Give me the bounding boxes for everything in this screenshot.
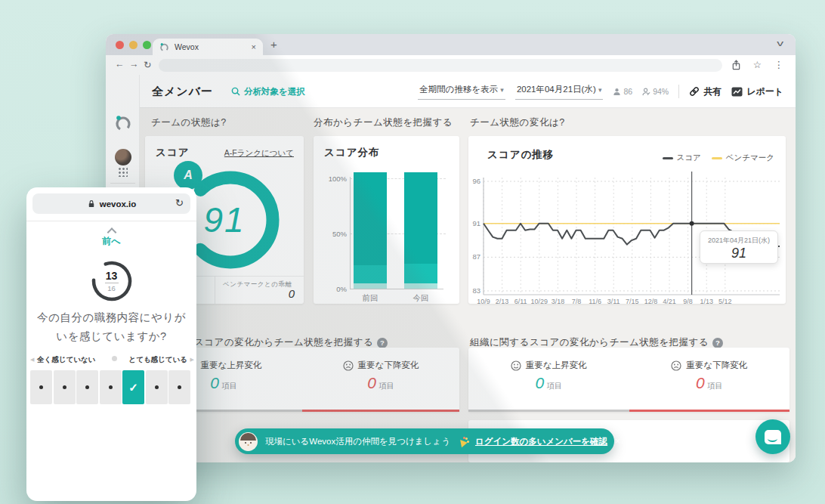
window-chevron-icon[interactable]: v <box>777 39 783 48</box>
trend-card: スコアの推移 スコア ベンチマーク 9691878310/92/136/1110… <box>468 136 786 304</box>
rating-option-2[interactable] <box>54 370 76 404</box>
rail-divider <box>110 183 135 184</box>
bar-segment-high <box>354 172 387 265</box>
progress-total: 16 <box>91 284 133 292</box>
select-analysis-target-button[interactable]: 分析対象を選択 <box>231 86 305 97</box>
tab-close-icon[interactable]: × <box>252 42 256 51</box>
trend-line-chart[interactable]: 9691878310/92/136/1110/293/187/811/63/11… <box>468 136 786 304</box>
phone-url: wevox.io <box>100 199 137 209</box>
chevron-down-icon: ▾ <box>500 86 504 94</box>
mascot-avatar <box>239 432 258 451</box>
rating-option-4[interactable] <box>100 370 122 404</box>
phone-reload-icon[interactable]: ↻ <box>175 197 184 209</box>
report-button[interactable]: レポート <box>731 85 783 98</box>
close-icon[interactable]: × <box>615 436 620 447</box>
report-icon <box>731 87 743 97</box>
rating-option-7[interactable] <box>168 370 190 404</box>
browser-tab[interactable]: Wevox × <box>153 39 263 55</box>
forward-icon[interactable]: → <box>129 59 139 70</box>
bar-segment-mid <box>404 264 437 283</box>
right-arrow-icon: ▶ <box>190 357 194 363</box>
bar-segment-high <box>404 172 437 264</box>
svg-text:5/12: 5/12 <box>718 298 732 304</box>
svg-text:96: 96 <box>472 177 480 185</box>
scale-max-label: とても感じている <box>128 355 187 365</box>
fall-underline <box>302 410 459 412</box>
fall-label: 重要な下降変化 <box>686 360 747 371</box>
phone-divider <box>26 221 196 221</box>
close-window-button[interactable] <box>116 41 124 49</box>
x-axis <box>350 289 443 289</box>
bar-segment-low <box>404 283 437 289</box>
share-page-icon[interactable] <box>731 60 741 73</box>
help-icon[interactable]: ? <box>712 338 723 348</box>
rating-option-1[interactable] <box>30 370 52 404</box>
reload-icon[interactable]: ↻ <box>144 59 151 70</box>
response-rate: 94% <box>642 87 669 96</box>
new-tab-button[interactable]: + <box>270 38 277 51</box>
tooltip-value: 91 <box>700 246 777 261</box>
y-axis <box>350 177 351 289</box>
group-title: 全メンバー <box>152 85 213 99</box>
profile-avatar[interactable] <box>106 149 140 165</box>
wevox-logo-icon[interactable] <box>106 114 140 132</box>
rank-badge: A <box>174 161 202 190</box>
fall-count: 0 <box>367 374 376 391</box>
phone-address-bar[interactable]: wevox.io ↻ <box>32 193 190 214</box>
svg-text:4/21: 4/21 <box>663 298 676 304</box>
phone-back-button[interactable]: 前へ <box>26 235 196 248</box>
svg-text:2/13: 2/13 <box>496 298 509 304</box>
rating-option-5[interactable]: ✓ <box>122 370 144 404</box>
tooltip-date: 2021年04月21日(水) <box>700 236 777 246</box>
rise-underline <box>468 410 629 412</box>
period-dropdown[interactable]: 全期間の推移を表示 ▾ <box>418 84 505 100</box>
svg-text:9/8: 9/8 <box>683 298 693 304</box>
section-title-distribution: 分布からチーム状態を把握する <box>314 116 453 129</box>
apps-grid-icon[interactable] <box>106 167 140 177</box>
date-dropdown[interactable]: 2021年04月21日(水) ▾ <box>515 84 604 100</box>
chat-bubble-icon <box>765 430 781 444</box>
zoom-window-button[interactable] <box>143 41 151 49</box>
svg-text:10/29: 10/29 <box>531 298 548 304</box>
bookmark-star-icon[interactable]: ☆ <box>753 59 762 70</box>
members-count: 86 <box>613 87 632 96</box>
notification-link[interactable]: ログイン数の多いメンバーを確認 <box>475 436 607 447</box>
rating-options: ✓ <box>30 370 190 404</box>
wevox-favicon-icon <box>159 42 169 52</box>
section-title-team-state: チームの状態は? <box>151 116 227 129</box>
chat-launcher-button[interactable] <box>755 419 790 454</box>
fall-count: 0 <box>696 374 705 391</box>
bar-segment-low <box>354 283 387 289</box>
bar-current[interactable] <box>404 172 437 289</box>
smiley-sad-icon <box>343 360 354 371</box>
minimize-window-button[interactable] <box>129 41 138 49</box>
rise-count: 0 <box>535 374 544 391</box>
benchmark-diff-value: 0 <box>289 287 295 300</box>
important-fall-panel[interactable]: 重要な下降変化 0項目 <box>629 348 790 412</box>
svg-text:7/8: 7/8 <box>572 298 582 304</box>
menu-kebab-icon[interactable]: ⋮ <box>774 59 784 70</box>
response-rate-icon <box>642 88 650 96</box>
phone-mockup: wevox.io ↻ 前へ 13 16 今の自分の職務内容にやりがいを感じていま… <box>26 187 196 501</box>
bar-label-previous: 前回 <box>354 293 387 304</box>
url-bar[interactable] <box>159 59 722 72</box>
share-button[interactable]: 共有 <box>689 85 721 98</box>
rating-option-6[interactable] <box>146 370 168 404</box>
important-rise-panel[interactable]: 重要な上昇変化 0項目 <box>468 348 629 412</box>
svg-text:10/9: 10/9 <box>477 298 490 304</box>
bar-previous[interactable] <box>354 172 387 289</box>
fall-label: 重要な下降変化 <box>358 360 419 371</box>
rating-option-3[interactable] <box>76 370 98 404</box>
help-icon[interactable]: ? <box>377 338 388 348</box>
distribution-card: スコア分布 100% 50% 0% 前回 今回 <box>314 136 459 304</box>
distribution-card-title: スコア分布 <box>324 146 379 159</box>
dot-indicator <box>112 356 117 361</box>
app-toolbar: 全メンバー 分析対象を選択 全期間の推移を表示 ▾ 2021年04月21日(水)… <box>140 76 796 108</box>
svg-text:12/8: 12/8 <box>644 298 658 304</box>
back-icon[interactable]: ← <box>115 59 125 70</box>
rise-label: 重要な上昇変化 <box>201 360 262 371</box>
bar-label-current: 今回 <box>404 293 437 304</box>
rank-info-link[interactable]: A-Fランクについて <box>224 148 294 159</box>
important-fall-panel[interactable]: 重要な下降変化 0項目 <box>302 348 459 412</box>
rating-scale-labels: ◀ 全く感じていない とても感じている ▶ <box>26 355 196 366</box>
